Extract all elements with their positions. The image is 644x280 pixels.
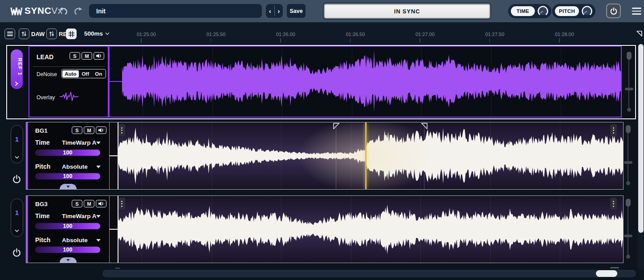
time-label[interactable]: TIME [511, 6, 535, 16]
clip-handle-bottom[interactable] [115, 268, 120, 269]
clip-handle-right[interactable] [610, 198, 617, 210]
ref-track-header: LEAD S M DeNoise Auto Off On Overlay [29, 46, 109, 118]
pitch-amount-slider[interactable]: 100 [34, 172, 101, 180]
pitch-param-label: Pitch [35, 163, 50, 170]
solo-button[interactable]: S [69, 52, 80, 60]
bg3-track-row: 1 BG3 S M Time TimeWa [0, 195, 644, 264]
solo-button[interactable]: S [72, 126, 82, 134]
preset-name-input[interactable] [89, 4, 262, 18]
track-group-number: 1 [11, 135, 23, 143]
dropdown-arrow-icon[interactable] [96, 142, 101, 144]
ruler-tick-mark [489, 38, 490, 43]
mute-button[interactable]: M [84, 126, 94, 134]
ref-sync-toggle[interactable] [46, 28, 57, 39]
expand-track-button[interactable] [60, 257, 77, 263]
track-name: BG1 [35, 127, 48, 134]
daw-sync-toggle[interactable] [19, 28, 29, 39]
sync-arrows-icon [21, 31, 27, 37]
track-power-icon[interactable] [12, 174, 21, 184]
preset-next-button[interactable]: › [275, 4, 283, 18]
scroll-notch [610, 267, 619, 268]
ruler-tick-mark [211, 38, 212, 43]
horizontal-scrollbar-thumb[interactable] [596, 270, 617, 277]
save-button[interactable]: Save [287, 4, 306, 18]
marker-flag-icon[interactable] [636, 30, 643, 37]
time-mode-dropdown[interactable]: TimeWarp A [62, 139, 97, 146]
ref-waveform-area[interactable] [109, 46, 622, 118]
ref-zoom-slider[interactable] [624, 49, 634, 116]
undo-button[interactable] [58, 7, 69, 16]
expand-track-button[interactable] [60, 184, 77, 189]
waves-logo-icon [10, 6, 23, 16]
menu-button[interactable] [632, 8, 641, 16]
chevron-down-icon [15, 156, 19, 159]
clip-handle-left[interactable] [118, 198, 125, 210]
pitch-knob[interactable] [581, 5, 593, 17]
ref-track-side-label: REF 1 [11, 54, 23, 80]
bg3-zoom-slider[interactable] [623, 196, 633, 263]
daw-label: DAW [31, 31, 45, 37]
vertical-scrollbar-thumb[interactable] [638, 44, 644, 233]
bg1-zoom-slider[interactable] [623, 123, 633, 190]
dropdown-arrow-icon[interactable] [96, 239, 101, 242]
dropdown-arrow-icon[interactable] [96, 166, 101, 168]
app-title: SYNCVx [24, 5, 63, 16]
pitch-mode-dropdown[interactable]: Absolute [62, 237, 88, 243]
redo-button[interactable] [73, 7, 83, 16]
listen-button[interactable] [94, 52, 104, 60]
grid-icon [68, 31, 75, 37]
horizontal-scrollbar[interactable] [102, 270, 636, 277]
chevron-right-icon [15, 81, 18, 86]
pitch-mode-dropdown[interactable]: Absolute [62, 163, 88, 170]
time-amount-slider[interactable]: 100 [34, 149, 101, 157]
denoise-label: DeNoise [37, 71, 57, 77]
time-amount-slider[interactable]: 100 [34, 222, 101, 230]
grid-resolution-dropdown[interactable]: 500ms [84, 30, 110, 37]
master-power-button[interactable] [606, 4, 621, 18]
denoise-option-on[interactable]: On [92, 71, 105, 77]
time-knob[interactable] [537, 5, 549, 17]
mute-button[interactable]: M [84, 200, 94, 207]
grid-snap-button[interactable] [66, 28, 77, 39]
vertical-scrollbar[interactable] [637, 43, 644, 270]
listen-button[interactable] [96, 200, 106, 207]
listen-button[interactable] [96, 126, 106, 134]
ref-track-sidebar[interactable]: REF 1 [11, 49, 23, 89]
track-buttons: S M [69, 52, 104, 60]
speaker-icon [98, 128, 104, 133]
dropdown-arrow-icon[interactable] [96, 215, 101, 218]
ruler-tick-mark [420, 38, 420, 43]
grid-resolution-value: 500ms [84, 30, 103, 37]
list-icon [7, 31, 13, 37]
sync-region-end-marker[interactable] [420, 123, 428, 130]
bg1-track-sidebar[interactable]: 1 [11, 125, 23, 163]
denoise-option-off[interactable]: Off [79, 71, 92, 77]
track-buttons: S M [72, 126, 106, 134]
preset-prev-button[interactable]: ‹ [266, 4, 274, 18]
track-group-number: 1 [11, 209, 23, 216]
track-accent-bar [26, 196, 28, 263]
ruler-tick-mark [559, 38, 560, 43]
app-title-bold: SYNC [24, 5, 51, 16]
denoise-segmented-control: Auto Off On [61, 69, 106, 78]
clip-handle-right[interactable] [610, 124, 617, 136]
overlay-waveform-icon[interactable] [59, 91, 79, 102]
solo-button[interactable]: S [72, 200, 82, 207]
pitch-amount-slider[interactable]: 100 [34, 246, 101, 254]
denoise-option-auto[interactable]: Auto [62, 70, 79, 77]
bg3-waveform-area[interactable] [110, 196, 623, 263]
bg1-waveform-area[interactable] [110, 122, 623, 189]
pitch-label[interactable]: PITCH [555, 6, 579, 16]
clip-handle-left[interactable] [118, 124, 125, 136]
bg3-track-sidebar[interactable]: 1 [11, 199, 23, 237]
header-divider [33, 66, 104, 67]
track-power-icon[interactable] [12, 248, 21, 257]
track-list-button[interactable] [4, 28, 15, 39]
sync-region-start-marker[interactable] [333, 123, 340, 130]
ruler-tick-label: 01:25.00 [137, 32, 156, 37]
time-mode-dropdown[interactable]: TimeWarp A [62, 213, 97, 219]
playhead[interactable] [365, 122, 367, 189]
time-amount-value: 100 [35, 223, 100, 229]
ruler-tick-label: 01:27.50 [485, 32, 505, 37]
mute-button[interactable]: M [82, 52, 92, 60]
